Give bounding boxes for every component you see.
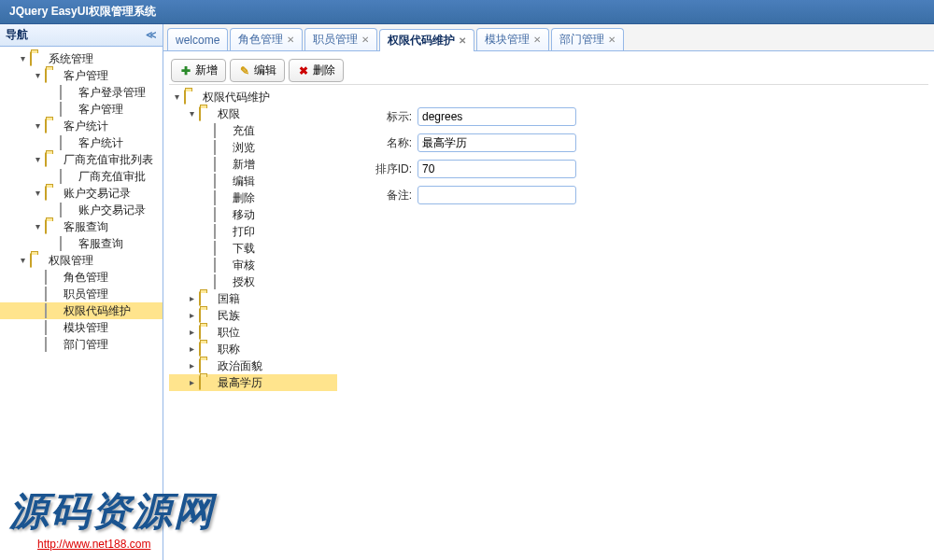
expand-icon[interactable] [45,236,60,251]
delete-button[interactable]: ✖ 删除 [289,59,344,82]
expand-icon[interactable] [199,157,214,172]
expand-icon[interactable]: ▾ [15,253,30,268]
expand-icon[interactable]: ▾ [30,152,45,167]
tree-node[interactable]: 角色管理 [0,269,163,286]
expand-icon[interactable]: ▾ [184,106,199,121]
collapse-icon[interactable]: ≪ [146,29,157,41]
expand-icon[interactable] [30,303,45,318]
name-input[interactable] [417,133,576,152]
tree-node[interactable]: ▾权限管理 [0,252,163,269]
tab-label: 权限代码维护 [388,33,455,49]
close-icon[interactable]: ✕ [608,35,616,45]
tree-node[interactable]: ▸政治面貌 [169,357,337,374]
expand-icon[interactable]: ▸ [184,308,199,323]
tab[interactable]: 职员管理✕ [304,28,377,50]
tree-node[interactable]: ▾厂商充值审批列表 [0,151,163,168]
expand-icon[interactable] [199,123,214,138]
tree-node[interactable]: ▾系统管理 [0,50,163,67]
close-icon[interactable]: ✕ [533,35,541,45]
tree-node[interactable]: 授权 [169,273,337,290]
tree-node[interactable]: 客户管理 [0,101,163,118]
expand-icon[interactable] [30,287,45,301]
tree-node[interactable]: ▾客户统计 [0,118,163,134]
tree-node[interactable]: ▸国籍 [169,290,337,307]
expand-icon[interactable]: ▸ [184,358,199,373]
tree-node[interactable]: ▾客户管理 [0,67,163,84]
file-icon [214,207,229,222]
expand-icon[interactable]: ▾ [15,51,30,66]
tree-node[interactable]: ▾账户交易记录 [0,185,163,202]
expand-icon[interactable] [45,102,60,117]
expand-icon[interactable] [199,224,214,239]
tab[interactable]: 部门管理✕ [551,28,624,50]
tab-label: 职员管理 [313,32,358,48]
tree-node[interactable]: 充值 [169,122,337,139]
expand-icon[interactable] [30,337,45,352]
tree-node[interactable]: 客户统计 [0,134,163,151]
tree-node[interactable]: ▾权限 [169,105,337,122]
edit-label: 编辑 [254,63,276,78]
expand-icon[interactable] [199,274,214,289]
expand-icon[interactable]: ▾ [169,90,184,105]
tree-node[interactable]: 客服查询 [0,235,163,252]
expand-icon[interactable] [199,140,214,155]
tree-node[interactable]: 删除 [169,189,337,206]
tree-node[interactable]: 编辑 [169,173,337,189]
tree-node[interactable]: 打印 [169,223,337,240]
tree-node[interactable]: ▸职称 [169,341,337,357]
expand-icon[interactable]: ▾ [30,119,45,133]
expand-icon[interactable] [199,190,214,205]
tab[interactable]: 模块管理✕ [476,28,549,50]
tree-node[interactable]: 账户交易记录 [0,202,163,218]
app-header: JQuery EasyUI权限管理系统 [0,0,934,24]
tree-node[interactable]: 新增 [169,156,337,173]
tree-node[interactable]: 厂商充值审批 [0,168,163,185]
expand-icon[interactable]: ▾ [30,186,45,201]
tree-node[interactable]: ▸最高学历 [169,374,337,391]
tree-node[interactable]: 下载 [169,240,337,257]
expand-icon[interactable]: ▾ [30,219,45,234]
tree-node[interactable]: ▸民族 [169,307,337,324]
tree-label: 账户交易记录 [77,203,148,217]
close-icon[interactable]: ✕ [287,35,294,45]
tree-node[interactable]: 审核 [169,257,337,273]
tree-node[interactable]: 浏览 [169,139,337,156]
sort-input[interactable] [417,160,576,178]
tree-node[interactable]: 客户登录管理 [0,84,163,101]
mark-input[interactable] [417,107,576,126]
add-button[interactable]: ✚ 新增 [171,59,226,82]
expand-icon[interactable] [30,270,45,285]
file-icon [60,236,75,251]
tab[interactable]: 角色管理✕ [230,28,303,50]
expand-icon[interactable]: ▸ [184,375,199,390]
close-icon[interactable]: ✕ [459,35,466,46]
expand-icon[interactable]: ▸ [184,325,199,340]
edit-button[interactable]: ✎ 编辑 [230,59,285,82]
close-icon[interactable]: ✕ [361,35,369,45]
expand-icon[interactable]: ▸ [184,291,199,306]
tree-node[interactable]: ▾客服查询 [0,218,163,235]
expand-icon[interactable] [45,169,60,184]
expand-icon[interactable] [45,135,60,150]
expand-icon[interactable]: ▾ [30,68,45,83]
tree-node[interactable]: 模块管理 [0,319,163,336]
folder-open-icon [184,90,199,105]
expand-icon[interactable] [199,207,214,222]
expand-icon[interactable] [199,241,214,256]
expand-icon[interactable] [45,85,60,100]
tree-node[interactable]: ▸职位 [169,324,337,341]
tab[interactable]: welcome [167,28,228,50]
tab[interactable]: 权限代码维护✕ [379,29,474,51]
expand-icon[interactable]: ▸ [184,342,199,357]
tree-node[interactable]: 移动 [169,206,337,223]
tree-node[interactable]: 权限代码维护 [0,302,163,319]
remark-input[interactable] [417,186,576,204]
tree-node[interactable]: ▾权限代码维护 [169,89,337,105]
expand-icon[interactable] [45,203,60,217]
folder-closed-icon [199,358,214,373]
expand-icon[interactable] [30,320,45,335]
tree-node[interactable]: 职员管理 [0,286,163,302]
expand-icon[interactable] [199,174,214,189]
expand-icon[interactable] [199,258,214,273]
tree-node[interactable]: 部门管理 [0,336,163,353]
